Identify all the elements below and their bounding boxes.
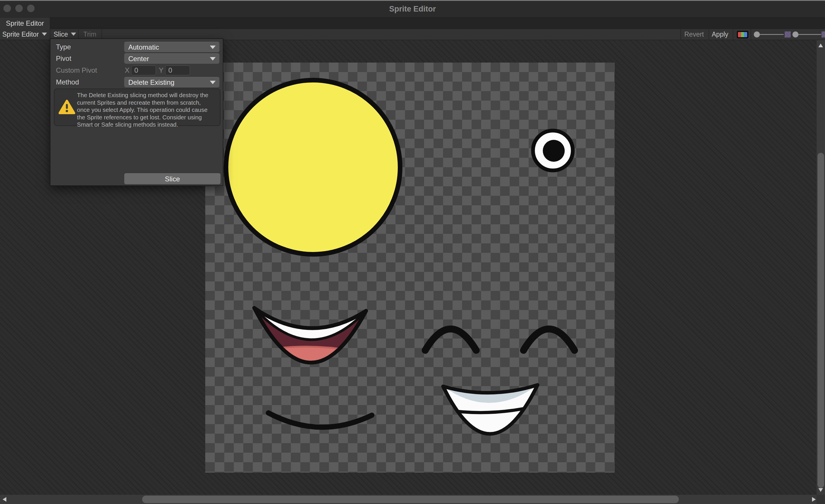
chevron-down-icon xyxy=(210,57,216,61)
sprite-face-circle[interactable] xyxy=(226,80,400,254)
sprite-sheet xyxy=(205,63,615,473)
mip-texture-icon xyxy=(784,31,791,38)
warning-triangle-icon xyxy=(59,99,75,115)
type-value: Automatic xyxy=(128,43,159,51)
toolbar-separator xyxy=(751,29,751,40)
slice-menu-label: Slice xyxy=(54,30,68,38)
warning-box: The Delete Existing slicing method will … xyxy=(54,88,221,126)
chevron-down-icon xyxy=(210,81,216,84)
warning-message: The Delete Existing slicing method will … xyxy=(77,91,219,128)
custom-pivot-x-label: X xyxy=(125,65,130,76)
scroll-up-arrow-icon[interactable] xyxy=(818,44,823,47)
chevron-down-icon xyxy=(210,46,216,49)
scroll-down-arrow-icon[interactable] xyxy=(818,488,823,492)
sprite-eye-closed-left[interactable] xyxy=(425,329,476,350)
sprite-texture-canvas[interactable] xyxy=(205,63,615,473)
window-title: Sprite Editor xyxy=(0,1,825,17)
sprite-mouth-grin[interactable] xyxy=(443,385,538,434)
scroll-left-arrow-icon[interactable] xyxy=(3,497,6,502)
slice-panel: Type Automatic Pivot Center Custom Pivot… xyxy=(50,39,223,186)
apply-button[interactable]: Apply xyxy=(712,29,729,40)
sprite-editor-mode-label: Sprite Editor xyxy=(2,30,39,38)
custom-pivot-y-label: Y xyxy=(159,65,163,76)
horizontal-scrollbar-thumb[interactable] xyxy=(142,496,679,503)
mip-slider-track[interactable] xyxy=(795,34,821,35)
type-dropdown[interactable]: Automatic xyxy=(124,42,219,52)
mip-texture-icon xyxy=(822,31,825,38)
sprite-eye-closed-right[interactable] xyxy=(523,329,575,350)
scroll-right-arrow-icon[interactable] xyxy=(812,497,816,502)
sprite-mouth-smirk[interactable] xyxy=(269,413,372,427)
sprite-editor-mode-dropdown[interactable]: Sprite Editor xyxy=(2,29,47,40)
red-channel-stripe xyxy=(738,32,741,37)
pivot-label: Pivot xyxy=(56,53,71,64)
custom-pivot-y-field[interactable]: 0 xyxy=(165,65,190,75)
sprite-eye-open[interactable] xyxy=(533,131,573,170)
chevron-down-icon xyxy=(71,32,76,36)
chevron-down-icon xyxy=(42,32,47,36)
tab-bar: Sprite Editor xyxy=(0,18,825,29)
horizontal-scrollbar[interactable] xyxy=(0,495,821,504)
slice-button[interactable]: Slice xyxy=(124,173,221,184)
toolbar-separator xyxy=(733,29,733,40)
toolbar-separator xyxy=(708,29,709,40)
pivot-dropdown[interactable]: Center xyxy=(124,53,219,64)
green-channel-stripe xyxy=(741,32,744,37)
rgb-channel-icon[interactable] xyxy=(737,31,748,39)
custom-pivot-x-field[interactable]: 0 xyxy=(131,65,156,75)
blue-channel-stripe xyxy=(744,32,747,37)
toolbar-separator xyxy=(680,29,681,40)
pivot-value: Center xyxy=(128,55,149,63)
zoom-slider-track[interactable] xyxy=(757,34,784,35)
method-value: Delete Existing xyxy=(128,78,174,86)
custom-pivot-label: Custom Pivot xyxy=(56,65,97,76)
scrollbar-corner xyxy=(817,495,825,504)
mip-slider-thumb[interactable] xyxy=(793,31,799,38)
tab-sprite-editor[interactable]: Sprite Editor xyxy=(0,18,50,29)
zoom-slider-thumb[interactable] xyxy=(754,31,760,38)
vertical-scrollbar-thumb[interactable] xyxy=(818,153,824,488)
sprite-mouth-laugh[interactable] xyxy=(254,308,366,375)
type-label: Type xyxy=(56,42,71,52)
method-label: Method xyxy=(56,77,79,87)
method-dropdown[interactable]: Delete Existing xyxy=(124,77,219,87)
titlebar: Sprite Editor xyxy=(0,0,825,18)
revert-button[interactable]: Revert xyxy=(684,29,704,40)
vertical-scrollbar[interactable] xyxy=(817,40,825,495)
